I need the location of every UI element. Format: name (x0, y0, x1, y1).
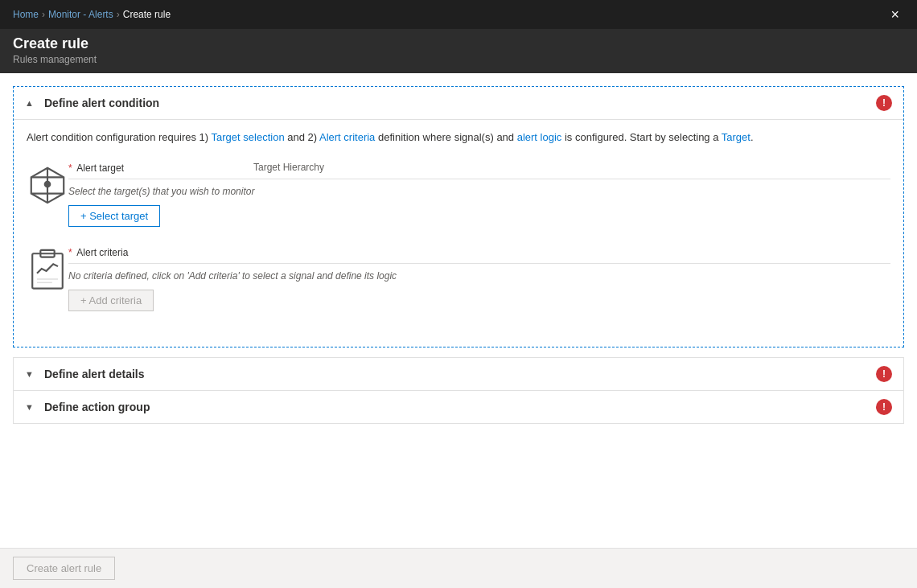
target-hierarchy-col: Target Hierarchy (253, 162, 890, 174)
breadcrumb-monitor-alerts[interactable]: Monitor - Alerts (48, 9, 113, 20)
target-selection-link[interactable]: Target selection (212, 131, 285, 143)
section-2-header[interactable]: ▼ Define alert details ! (14, 358, 903, 390)
section-2-error-icon: ! (876, 366, 892, 382)
section-2-chevron: ▼ (25, 369, 36, 379)
alert-target-row: * Alert target Target Hierarchy Select t… (27, 162, 890, 227)
section-3-title: Define action group (44, 401, 150, 413)
alert-target-required-star: * (68, 162, 72, 174)
alert-target-label: * Alert target (68, 162, 124, 174)
alert-criteria-hint: No criteria defined, click on 'Add crite… (68, 270, 890, 282)
section-3-header[interactable]: ▼ Define action group ! (14, 390, 903, 423)
alert-criteria-row: * Alert criteria No criteria defined, cl… (27, 246, 890, 311)
create-alert-rule-button: Create alert rule (13, 557, 115, 580)
section-3-header-left: ▼ Define action group (25, 401, 150, 413)
alert-target-content: * Alert target Target Hierarchy Select t… (68, 162, 890, 227)
collapsed-sections: ▼ Define alert details ! ▼ Define action… (13, 357, 904, 424)
breadcrumb-home[interactable]: Home (13, 9, 39, 20)
section-1-panel: ▲ Define alert condition ! Alert conditi… (13, 86, 904, 347)
page-subtitle: Rules management (13, 54, 904, 65)
criteria-icon (27, 246, 68, 290)
section-1-chevron: ▲ (25, 98, 36, 108)
alert-target-cols: * Alert target Target Hierarchy (68, 162, 890, 179)
main-content: ▲ Define alert condition ! Alert conditi… (0, 73, 917, 548)
criteria-col2 (253, 246, 890, 258)
alert-target-hint: Select the target(s) that you wish to mo… (68, 186, 890, 197)
alert-criteria-required-star: * (68, 247, 72, 258)
section-1-title: Define alert condition (44, 97, 159, 109)
section-1-header-left: ▲ Define alert condition (25, 97, 159, 109)
alert-logic-link[interactable]: alert logic (517, 131, 562, 143)
alert-criteria-content: * Alert criteria No criteria defined, cl… (68, 246, 890, 311)
alert-criteria-cols: * Alert criteria (68, 246, 890, 264)
breadcrumb-sep-1: › (42, 9, 45, 20)
footer: Create alert rule (0, 548, 917, 588)
breadcrumb-current: Create rule (123, 9, 171, 20)
section-1-description: Alert condition configuration requires 1… (27, 130, 890, 146)
section-1-body: Alert condition configuration requires 1… (14, 119, 903, 347)
title-bar: Create rule Rules management (0, 29, 917, 73)
target-hierarchy-label: Target Hierarchy (253, 162, 324, 173)
section-2-header-left: ▼ Define alert details (25, 368, 145, 380)
top-navigation-bar: Home › Monitor - Alerts › Create rule × (0, 0, 917, 29)
section-2-title: Define alert details (44, 368, 145, 380)
section-3-chevron: ▼ (25, 402, 36, 412)
page-title: Create rule (13, 35, 904, 52)
section-1-header[interactable]: ▲ Define alert condition ! (14, 87, 903, 119)
breadcrumb: Home › Monitor - Alerts › Create rule (13, 9, 171, 20)
alert-criteria-label: * Alert criteria (68, 247, 128, 258)
alert-target-label-col: * Alert target (68, 162, 253, 174)
breadcrumb-sep-2: › (117, 9, 120, 20)
target-link[interactable]: Target (722, 131, 750, 143)
target-icon (27, 162, 68, 205)
add-criteria-button: + Add criteria (68, 290, 154, 311)
close-button[interactable]: × (886, 6, 904, 23)
section-1-error-icon: ! (876, 95, 892, 111)
svg-point-4 (44, 180, 51, 187)
alert-criteria-label-col: * Alert criteria (68, 246, 253, 258)
alert-criteria-link[interactable]: Alert criteria (319, 131, 375, 143)
select-target-button[interactable]: + Select target (68, 205, 160, 227)
section-3-error-icon: ! (876, 399, 892, 415)
